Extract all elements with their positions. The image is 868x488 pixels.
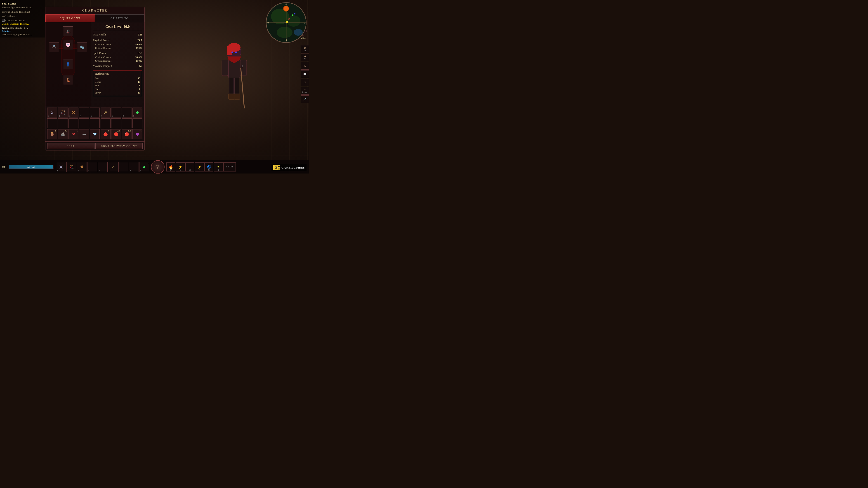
- stats-panel: Gear Level 46.0 Max Health 326 Physical …: [91, 22, 145, 106]
- equip-slot-right-hand[interactable]: 🧤: [77, 42, 87, 52]
- inventory-row-1: ⚔ 1 🏹 2 ⚒ 3 4 5 ↗ 6 7: [47, 107, 143, 118]
- resource-slot-3[interactable]: ❤ 46: [68, 129, 79, 139]
- inv-slot-18[interactable]: [132, 119, 143, 128]
- action-slot-c[interactable]: 🌀 C: [204, 162, 213, 171]
- skill-slot-3[interactable]: ⚒ 3: [77, 162, 87, 172]
- skill-slot-7[interactable]: 7: [119, 162, 128, 172]
- gg-icon: [273, 165, 280, 170]
- skill-slot-8[interactable]: 8: [129, 162, 139, 172]
- skill-slot-5[interactable]: 5: [98, 162, 107, 172]
- sidebar-btn-alchemy[interactable]: ⚗: [301, 78, 309, 86]
- inv-slot-4[interactable]: 4: [79, 107, 89, 118]
- inv-slot-15[interactable]: [101, 119, 111, 128]
- equip-slot-left-hand[interactable]: 💍: [49, 42, 59, 52]
- action-slot-r[interactable]: ⚡ R: [195, 162, 204, 171]
- svg-point-18: [277, 27, 292, 38]
- inv-slot-13[interactable]: [79, 119, 89, 128]
- skill-slot-2[interactable]: 🏹 2: [66, 162, 76, 172]
- action-slot-t[interactable]: ✦ T: [214, 162, 223, 171]
- resource-slot-4[interactable]: ▬: [79, 129, 89, 139]
- inv-slot-8[interactable]: 8: [122, 107, 132, 118]
- svg-rect-12: [234, 94, 240, 99]
- resource-item-1: 🪵: [49, 130, 56, 138]
- inv-slot-2[interactable]: 🏹 2: [58, 107, 68, 118]
- action-slot-ctrl[interactable]: Left Ctrl: [223, 162, 236, 171]
- skill-slot-4[interactable]: 4: [87, 162, 97, 172]
- svg-point-29: [294, 13, 296, 14]
- resource-slot-5[interactable]: 💎: [90, 129, 100, 139]
- head-item-icon: 🎩: [64, 27, 72, 35]
- resistances-title: Resistances: [95, 72, 141, 75]
- inv-slot-1[interactable]: ⚔ 1: [47, 107, 57, 118]
- right-sidebar: ⚙ Tab M M ⚔ 📖 ⚗ ≡ Escape 🎤: [301, 45, 309, 103]
- alchemy-icon: ⚗: [304, 81, 306, 84]
- sidebar-btn-map[interactable]: M M: [301, 54, 309, 61]
- inv-slot-16[interactable]: [111, 119, 121, 128]
- equip-slot-head[interactable]: 🎩: [63, 26, 73, 36]
- inv-slot-9[interactable]: ◆ 2 9: [132, 107, 143, 118]
- sidebar-btn-escape[interactable]: ≡ Escape: [301, 87, 309, 95]
- resource-slot-2[interactable]: 🪨 46: [58, 129, 68, 139]
- action-icon-q: 🔥: [168, 165, 173, 169]
- gamer-guides-logo: GAMER GUIDES: [272, 164, 307, 171]
- equip-slot-feet[interactable]: 👢: [63, 75, 73, 85]
- inv-slot-11[interactable]: [58, 119, 68, 128]
- action-key-ctrl: Left Ctrl: [226, 166, 233, 168]
- stat-group-physical: Physical Power 24.7 Critical Chance 5.00…: [93, 38, 142, 50]
- sidebar-btn-journal[interactable]: 📖: [301, 70, 309, 78]
- body-silhouette: 🎩 👘 💍 🧤 👖: [47, 24, 89, 88]
- inv-slot-10[interactable]: [47, 119, 57, 128]
- action-slot-q[interactable]: 🔥 Q: [166, 162, 176, 171]
- action-slot-square[interactable]: □: [185, 162, 194, 171]
- resource-slot-6[interactable]: 🔴 39: [101, 129, 111, 139]
- inv-slot-14[interactable]: [90, 119, 100, 128]
- svg-text:E: E: [304, 22, 305, 24]
- action-slot-e[interactable]: ⚡ E: [176, 162, 185, 171]
- resource-slot-8[interactable]: 🔴 250: [122, 129, 132, 139]
- resource-item-5: 💎: [91, 130, 98, 138]
- inv-slot-3[interactable]: ⚒ 3: [68, 107, 79, 118]
- character-model: [212, 34, 257, 113]
- skill-slot-1[interactable]: ⚔ 1: [56, 162, 66, 172]
- inv-slot-5[interactable]: 5: [90, 107, 100, 118]
- quest-checkbox-row[interactable]: Construct and interact...: [2, 19, 43, 22]
- quest-checkbox[interactable]: [2, 19, 4, 22]
- resource-slot-7[interactable]: 🔴 250: [111, 129, 121, 139]
- quest-sense: I can sense my prey in the dista...: [2, 33, 43, 36]
- quest-desc3: shall guide me...: [2, 15, 43, 18]
- stat-spell-power: Spell Power 18.9: [93, 51, 142, 55]
- stat-phys-crit-damage: Critical Damage 150%: [93, 46, 142, 50]
- tab-crafting[interactable]: CRAFTING: [95, 14, 145, 22]
- inv-item-3: ⚒: [70, 109, 77, 116]
- stat-movement-speed: Movement Speed 4.2: [93, 64, 142, 68]
- sidebar-btn-tab[interactable]: ⚙ Tab: [301, 45, 309, 53]
- svg-rect-42: [274, 169, 278, 170]
- inventory-area: ⚔ 1 🏹 2 ⚒ 3 4 5 ↗ 6 7: [45, 106, 145, 141]
- center-orb: 0% F: [151, 160, 164, 174]
- resource-slot-1[interactable]: 🪵 9: [47, 129, 57, 139]
- skill-slot-6[interactable]: ↗ 6: [108, 162, 118, 172]
- sidebar-btn-voice[interactable]: 🎤: [301, 95, 309, 103]
- inv-slot-17[interactable]: [122, 119, 132, 128]
- inventory-row-2: [47, 119, 143, 128]
- svg-rect-2: [227, 46, 232, 55]
- bottom-hud: HP 325 / 325 ⚔ 1 🏹 2 ⚒ 3 4 5 ↗ 6 7: [0, 160, 309, 173]
- tab-equipment[interactable]: EQUIPMENT: [45, 14, 95, 22]
- inv-slot-6[interactable]: ↗ 6: [101, 107, 111, 118]
- inv-slot-12[interactable]: [68, 119, 79, 128]
- inv-slot-7[interactable]: 7: [111, 107, 121, 118]
- skill-slot-9[interactable]: ◆ 2 9: [139, 162, 149, 172]
- equip-slot-chest[interactable]: 👘: [63, 40, 73, 50]
- orb-key: F: [157, 167, 158, 169]
- equip-slot-legs[interactable]: 👖: [63, 59, 73, 69]
- count-button[interactable]: COMPULSIVELY COUNT: [95, 143, 143, 149]
- resist-sun: Sun 15: [95, 76, 141, 80]
- quest-tracking: Tracking the blood of Le...: [2, 26, 43, 29]
- sort-button[interactable]: SORT: [47, 143, 94, 149]
- stat-physical-power: Physical Power 24.7: [93, 38, 142, 42]
- map-icon: M: [304, 55, 306, 58]
- equipment-slots: 🎩 👘 💍 🧤 👖: [45, 22, 91, 106]
- resource-slot-9[interactable]: 💜 16: [132, 129, 143, 139]
- inv-item-1: ⚔: [49, 109, 56, 116]
- sidebar-btn-combat[interactable]: ⚔: [301, 62, 309, 70]
